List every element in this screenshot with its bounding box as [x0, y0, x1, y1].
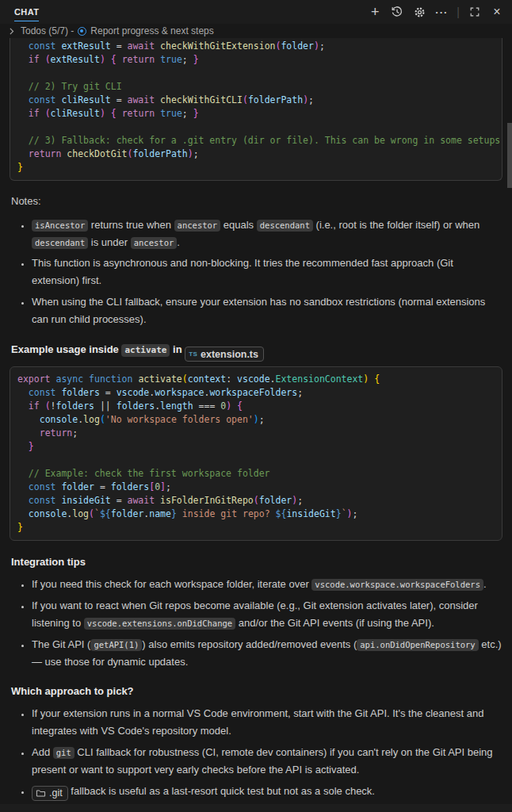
code-line: const insideGit = await isFolderInGitRep… — [17, 494, 495, 508]
code-line — [17, 67, 495, 80]
file-chip-label: .git — [49, 785, 63, 802]
code-line: } — [17, 440, 495, 454]
which-approach-list: If your extension runs in a normal VS Co… — [10, 705, 502, 800]
code-line: return; — [17, 427, 495, 440]
code-line: const extResult = await checkWithGitExte… — [17, 40, 495, 53]
bullet-item: If you want to react when Git repos beco… — [32, 597, 502, 632]
more-actions-icon[interactable]: ··· — [433, 3, 450, 21]
new-chat-icon[interactable]: + — [366, 3, 384, 21]
record-progress-icon — [78, 27, 86, 36]
gear-icon[interactable] — [411, 3, 428, 21]
todos-expander-row[interactable]: Todos (5/7) - Report progress & next ste… — [0, 24, 512, 38]
inline-code: ancestor — [174, 220, 221, 232]
bullet-item: .git fallback is useful as a last-resort… — [32, 783, 502, 801]
code-line: // 2) Try git CLI — [17, 80, 495, 94]
inline-code: descendant — [32, 237, 88, 249]
which-approach-heading: Which approach to pick? — [11, 683, 501, 700]
code-block-git-check-fallback: const extResult = await checkWithGitExte… — [10, 38, 502, 181]
code-line — [17, 454, 495, 467]
todos-label: Todos (5/7) - — [21, 25, 74, 36]
notes-bullet-list: isAncestor returns true when ancestor eq… — [10, 216, 502, 328]
file-chip-.git[interactable]: .git — [32, 786, 68, 801]
inline-code: git — [53, 747, 75, 759]
code-line: if (cliResult) { return true; } — [17, 107, 495, 121]
code-line: const folder = folders[0]; — [17, 481, 495, 494]
code-line: if (extResult) { return true; } — [17, 53, 495, 67]
notes-label: Notes: — [11, 193, 501, 210]
example-usage-heading: Example usage inside activate in TSexten… — [11, 341, 501, 362]
bullet-item: The Git API (getAPI(1)) also emits repos… — [32, 636, 502, 671]
inline-code: vscode.extensions.onDidChange — [84, 618, 235, 630]
chat-response-body: const extResult = await checkWithGitExte… — [0, 38, 512, 812]
bullet-item: When using the CLI fallback, ensure your… — [32, 293, 502, 328]
code-line — [17, 121, 495, 134]
bullet-item: Add git CLI fallback for robustness (CI,… — [32, 744, 502, 779]
bullet-item: If you need this check for each workspac… — [32, 576, 502, 593]
inline-code: api.onDidOpenRepository — [357, 639, 478, 651]
code-line: const folders = vscode.workspace.workspa… — [17, 386, 495, 400]
code-line: } — [17, 521, 495, 534]
code-line: console.log('No workspace folders open')… — [17, 413, 495, 427]
chat-input-top-edge — [0, 804, 512, 812]
code-line: // 3) Fallback: check for a .git entry (… — [17, 134, 495, 147]
inline-code: activate — [121, 344, 170, 357]
code-line: export async function activate(context: … — [17, 373, 495, 386]
panel-scrollbar-thumb[interactable] — [507, 123, 512, 188]
integration-tips-heading: Integration tips — [11, 553, 501, 571]
bullet-item: isAncestor returns true when ancestor eq… — [32, 216, 502, 251]
history-icon[interactable] — [388, 3, 406, 21]
todos-current-task: Report progress & next steps — [90, 25, 213, 36]
chevron-right-icon — [6, 26, 17, 36]
inline-code: descendant — [257, 220, 313, 232]
typescript-file-icon: TS — [189, 346, 197, 363]
titlebar-actions: + ··· | × — [366, 3, 506, 21]
code-line: return checkDotGit(folderPath); — [17, 147, 495, 161]
inline-code: ancestor — [131, 237, 178, 249]
chat-panel-titlebar: CHAT + ··· | × — [0, 0, 512, 24]
code-line: // Example: check the first workspace fo… — [17, 467, 495, 481]
folder-icon — [36, 789, 46, 798]
inline-code: isAncestor — [32, 220, 88, 232]
code-block-activate-example: export async function activate(context: … — [10, 366, 502, 541]
code-line: const cliResult = await checkWithGitCLI(… — [17, 94, 495, 107]
inline-code: vscode.workspace.workspaceFolders — [311, 579, 483, 591]
bullet-item: If your extension runs in a normal VS Co… — [32, 705, 502, 740]
file-chip-label: extension.ts — [201, 346, 258, 363]
tab-chat[interactable]: CHAT — [14, 2, 39, 21]
titlebar-separator: | — [457, 6, 460, 18]
file-chip-extension.ts[interactable]: TSextension.ts — [185, 347, 264, 362]
code-line: if (!folders || folders.length === 0) { — [17, 400, 495, 413]
maximize-panel-icon[interactable] — [466, 3, 483, 21]
code-line: console.log(`${folder.name} inside git r… — [17, 508, 495, 521]
inline-code: getAPI(1) — [90, 639, 142, 651]
bullet-item: This function is asynchronous and non-bl… — [32, 255, 502, 289]
code-line: } — [17, 161, 495, 174]
close-panel-icon[interactable]: × — [488, 3, 506, 21]
integration-tips-list: If you need this check for each workspac… — [10, 576, 502, 670]
